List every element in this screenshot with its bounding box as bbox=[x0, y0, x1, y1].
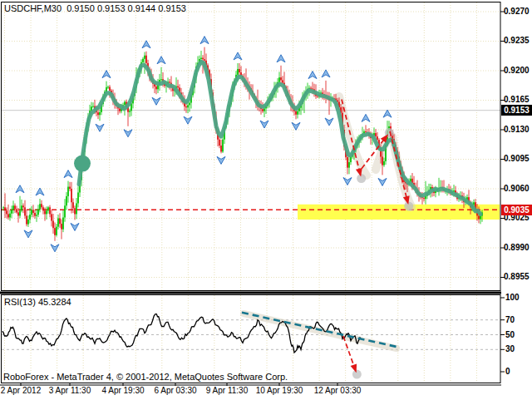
rsi-indicator-label: RSI(13) 45.3284 bbox=[4, 297, 71, 307]
price-label: 0.9200 bbox=[504, 66, 532, 76]
rsi-scale-label: 70 bbox=[505, 315, 530, 325]
copyright-text: RoboForex - MetaTrader 4, © 2001-2012, M… bbox=[3, 372, 288, 382]
support-price-marker: 0.9035 bbox=[501, 205, 532, 215]
rsi-scale-label: 50 bbox=[505, 330, 530, 340]
rsi-scale-label: 100 bbox=[505, 293, 530, 303]
main-chart-pane[interactable] bbox=[2, 2, 500, 290]
time-label: 4 Apr 19:30 bbox=[93, 386, 153, 396]
current-price-marker: 0.9153 bbox=[501, 105, 532, 116]
price-label: 0.9165 bbox=[504, 95, 532, 105]
price-label: 0.9270 bbox=[504, 7, 532, 17]
rsi-scale-label: 0 bbox=[505, 367, 530, 377]
chart-title: USDCHF,M30 0.9150 0.9153 0.9144 0.9153 bbox=[4, 3, 186, 13]
time-label: 3 Apr 11:30 bbox=[40, 386, 100, 396]
price-label: 0.9095 bbox=[504, 154, 532, 164]
rsi-pane[interactable] bbox=[2, 295, 500, 383]
time-label: 9 Apr 11:30 bbox=[197, 386, 257, 396]
time-label: 12 Apr 03:30 bbox=[308, 386, 367, 396]
rsi-scale-label: 30 bbox=[505, 344, 530, 354]
price-label: 0.9060 bbox=[504, 184, 532, 194]
price-label: 0.8990 bbox=[504, 243, 532, 253]
mt4-chart-window: { "header": { "title_line": "USDCHF,M30 … bbox=[0, 0, 532, 400]
price-label: 0.9130 bbox=[504, 125, 532, 135]
price-label: 0.9235 bbox=[504, 36, 532, 46]
time-label: 10 Apr 19:30 bbox=[249, 386, 309, 396]
price-label: 0.8955 bbox=[504, 272, 532, 282]
